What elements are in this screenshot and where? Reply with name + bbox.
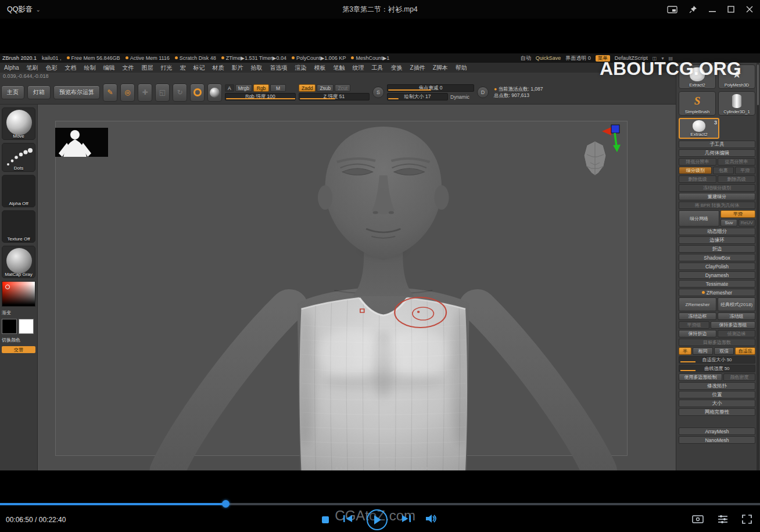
lightbox-button[interactable]: 灯箱	[27, 85, 51, 99]
menu-item[interactable]: 绘制	[84, 64, 96, 72]
rotate-mode-button[interactable]: ↻	[173, 84, 187, 102]
next-button[interactable]	[401, 515, 411, 525]
menu-item[interactable]: 影片	[232, 64, 243, 72]
screen-capture-icon[interactable]	[692, 515, 704, 526]
tessimate-header[interactable]: Tessimate	[679, 280, 755, 287]
mesh-integrity-header[interactable]: 网格完整性	[679, 408, 755, 416]
menu-item[interactable]: 渲染	[295, 64, 307, 72]
maximize-button[interactable]	[727, 6, 734, 13]
menu-item[interactable]: 图层	[142, 64, 153, 72]
primary-color-swatch[interactable]	[2, 319, 17, 334]
color-density-slider[interactable]: 颜色密度	[723, 373, 755, 381]
claypolish-header[interactable]: ClayPolish	[679, 263, 755, 270]
target-polycount-slider[interactable]: 目标多边形数	[679, 339, 755, 346]
stop-button[interactable]	[322, 516, 329, 523]
close-button[interactable]	[746, 6, 753, 13]
seek-knob[interactable]	[222, 500, 230, 508]
material-thumb[interactable]: MatCap Gray	[2, 246, 35, 278]
menu-item[interactable]: 模板	[314, 64, 326, 72]
shadowbox-header[interactable]: ShadowBox	[679, 254, 755, 261]
smooth-groups-button[interactable]: 平滑组	[679, 321, 709, 329]
curves-strength-slider[interactable]: 曲线强度 50	[679, 365, 755, 372]
menu-item[interactable]: 材质	[213, 64, 224, 72]
geometry-section-header[interactable]: 几何体编辑	[679, 149, 755, 157]
menu-item[interactable]: 编辑	[103, 64, 115, 72]
bpr-to-geo-button[interactable]: 将 BPR 转换为几何体	[679, 202, 755, 209]
ui-transparency-slider[interactable]: 界面透明 0	[565, 55, 591, 62]
quicksave-button[interactable]: QuickSave	[536, 55, 561, 61]
canvas-scroll-arrows[interactable]: ◄◄◄◄◄◄◄◄◄ ▲▼ ►►►►►►►►►	[334, 466, 429, 470]
texture-thumb[interactable]: Texture Off	[2, 210, 35, 243]
alpha-thumb[interactable]: Alpha Off	[2, 175, 35, 207]
draw-mode-button[interactable]: ◎	[120, 84, 135, 102]
fullscreen-icon[interactable]	[742, 515, 752, 526]
menu-item[interactable]: Z插件	[410, 64, 425, 72]
keep-groups-button[interactable]: 保持多边形组	[711, 321, 755, 329]
menu-item[interactable]: 标记	[193, 64, 205, 72]
menu-item[interactable]: 笔触	[334, 64, 345, 72]
pip-icon[interactable]	[667, 6, 677, 13]
dynamic-subdiv-header[interactable]: 动态细分	[679, 228, 755, 235]
dynamesh-header[interactable]: Dynamesh	[679, 271, 755, 279]
zremesher-button[interactable]: ZRemesher	[679, 297, 716, 311]
move-mode-button[interactable]: ✚	[138, 84, 152, 102]
menu-item[interactable]: 帮助	[456, 64, 467, 72]
menu-item[interactable]: Z脚本	[433, 64, 448, 72]
preview-boolean-button[interactable]: 预览布尔运算	[53, 85, 100, 99]
suv-button[interactable]: Suv	[720, 219, 737, 227]
edit-object-button[interactable]: ✎	[103, 84, 117, 102]
keep-creases-button[interactable]: 保持折边	[679, 330, 716, 337]
document-preview-thumb[interactable]	[55, 128, 108, 157]
gradient-label[interactable]: 渐变	[2, 310, 35, 316]
tool-thumb-simplebrush[interactable]: S SimpleBrush	[679, 91, 716, 116]
delete-lower-button[interactable]: 删除低级	[679, 175, 716, 183]
rgb-button[interactable]: Rgb	[253, 84, 269, 92]
previous-button[interactable]	[343, 515, 353, 525]
m-button[interactable]: M	[270, 84, 286, 92]
active-tool-thumb[interactable]: 3 Extract2	[679, 118, 719, 139]
menu-item[interactable]: 宏	[180, 64, 186, 72]
menu-item[interactable]: 拾取	[251, 64, 263, 72]
half-button[interactable]: 半	[679, 347, 691, 355]
freeze-subdiv-button[interactable]: 冻结细分级别	[679, 184, 755, 192]
alpha-picker-button[interactable]	[207, 84, 222, 102]
same-button[interactable]: 相同	[693, 347, 713, 355]
menu-item[interactable]: Alpha	[4, 64, 19, 71]
dynamic-mode-button[interactable]: D	[477, 87, 489, 98]
switch-color-label[interactable]: 切换颜色	[2, 337, 35, 343]
mrgb-button[interactable]: Mrgb	[235, 84, 252, 92]
menu-item[interactable]: 首选项	[270, 64, 288, 72]
nanomesh-header[interactable]: NanoMesh	[679, 436, 755, 444]
stroke-picker-button[interactable]	[190, 84, 205, 102]
draw-size-slider[interactable]: 绘制大小 17	[387, 93, 448, 100]
menu-item[interactable]: 笔刷	[27, 64, 38, 72]
menu-item[interactable]: 打光	[161, 64, 173, 72]
rgb-intensity-slider[interactable]: Rgb 强度 100	[225, 93, 296, 100]
focal-shift-slider[interactable]: 焦点衰减 0	[387, 84, 474, 92]
model-3d-viewport[interactable]	[38, 105, 726, 470]
subtool-section-header[interactable]: 子工具	[679, 141, 755, 148]
app-menu[interactable]: QQ影音 ⌄	[7, 5, 41, 15]
color-picker[interactable]	[2, 281, 35, 307]
home-button[interactable]: 主页	[1, 85, 24, 99]
panel-scrollbar[interactable]	[757, 63, 759, 470]
playlist-settings-icon[interactable]	[718, 515, 728, 526]
edgeloop-header[interactable]: 边缘环	[679, 236, 755, 244]
size-header[interactable]: 大小	[679, 400, 755, 407]
adaptive-size-slider[interactable]: 自适应大小 50	[679, 356, 755, 364]
zremesher-header[interactable]: ZRemesher	[679, 289, 755, 296]
reconstruct-subdiv-button[interactable]: 重建细分	[679, 193, 755, 200]
menu-item[interactable]: 色彩	[46, 64, 58, 72]
delete-higher-button[interactable]: 删除高级	[718, 175, 755, 183]
menu-item[interactable]: 文档	[65, 64, 77, 72]
freeze-border-button[interactable]: 冻结边框	[679, 312, 716, 320]
position-header[interactable]: 位置	[679, 391, 755, 398]
smt-button[interactable]: 平滑	[735, 167, 755, 174]
menu-item[interactable]: 纹理	[353, 64, 364, 72]
menu-item[interactable]: 变换	[391, 64, 403, 72]
volume-button[interactable]	[425, 514, 438, 526]
lower-res-button[interactable]: 降低分辨率	[679, 158, 716, 166]
sculpt-canvas[interactable]: ◄◄◄◄◄◄◄◄◄ ▲▼ ►►►►►►►►►	[38, 105, 726, 470]
freeze-groups-button[interactable]: 冻结组	[718, 312, 755, 320]
minimize-button[interactable]	[709, 6, 716, 13]
